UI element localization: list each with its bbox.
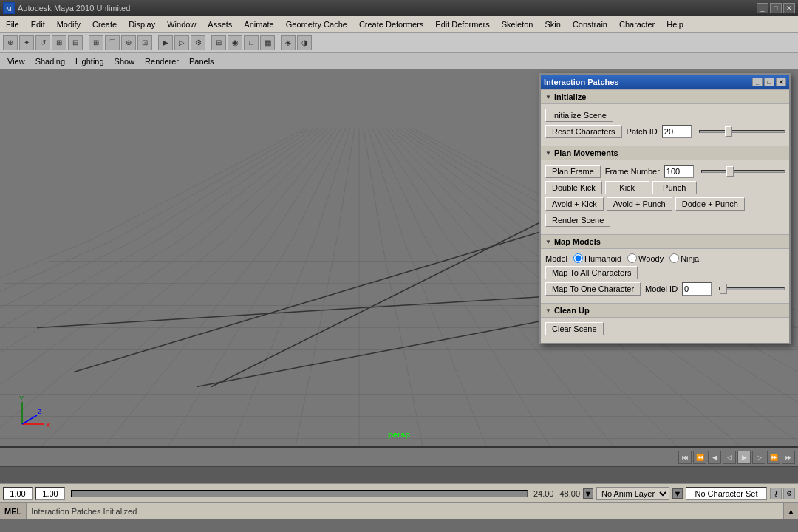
map-all-characters-button[interactable]: Map To All Characters <box>545 266 638 279</box>
menu-edit-deformers[interactable]: Edit Deformers <box>429 18 495 30</box>
toolbar-render-settings-icon[interactable]: ⚙ <box>191 35 205 50</box>
ninja-radio-label[interactable]: Ninja <box>669 253 699 263</box>
map-models-section-header[interactable]: ▼ Map Models <box>541 234 789 249</box>
map-one-character-button[interactable]: Map To One Character <box>545 282 641 296</box>
menu-animate[interactable]: Animate <box>238 18 279 30</box>
initialize-scene-button[interactable]: Initialize Scene <box>545 109 613 122</box>
clear-scene-button[interactable]: Clear Scene <box>545 322 604 335</box>
plan-movements-section-header[interactable]: ▼ Plan Movements <box>541 146 789 160</box>
3d-viewport[interactable]: X Y Z persp TOP FRONT RIGHT Interaction … <box>0 69 798 446</box>
prev-frame-button[interactable]: ◀ <box>708 451 721 464</box>
autokey-button[interactable]: ⚷ <box>770 488 782 499</box>
view-menu-show[interactable]: Show <box>110 55 140 67</box>
play-back-button[interactable]: ◁ <box>723 451 736 464</box>
model-id-input[interactable] <box>682 282 712 296</box>
menu-help[interactable]: Help <box>661 18 689 30</box>
range-bar[interactable] <box>71 490 528 497</box>
menu-file[interactable]: File <box>0 18 25 30</box>
toolbar-texture-icon[interactable]: ▦ <box>260 35 275 50</box>
patch-id-slider-thumb[interactable] <box>725 126 732 137</box>
toolbar-snap-grid-icon[interactable]: ⊞ <box>89 35 103 50</box>
toolbar-scale-icon[interactable]: ⊞ <box>52 35 66 50</box>
dialog-minimize-button[interactable]: _ <box>752 78 763 86</box>
patch-id-slider[interactable] <box>699 130 785 133</box>
ninja-radio[interactable] <box>669 253 679 263</box>
menu-assets[interactable]: Assets <box>202 18 238 30</box>
menu-constrain[interactable]: Constrain <box>567 18 613 30</box>
render-scene-button[interactable]: Render Scene <box>545 214 610 227</box>
toolbar-wireframe-icon[interactable]: □ <box>244 35 259 50</box>
frame-number-slider-thumb[interactable] <box>726 166 734 177</box>
menu-geometry-cache[interactable]: Geometry Cache <box>280 18 353 30</box>
toolbar-move-icon[interactable]: ✦ <box>19 35 34 50</box>
step-back-button[interactable]: ⏪ <box>693 451 706 464</box>
frame-rate-dropdown-button[interactable]: ▼ <box>583 488 593 499</box>
toolbar-show-grid-icon[interactable]: ⊞ <box>211 35 226 50</box>
toolbar-universal-icon[interactable]: ⊟ <box>68 35 83 50</box>
model-id-slider-thumb[interactable] <box>720 284 727 294</box>
initialize-section-header[interactable]: ▼ Initialize <box>541 89 789 104</box>
next-frame-button[interactable]: ▷ <box>752 451 765 464</box>
frame-number-slider[interactable] <box>701 170 785 173</box>
anim-layer-select[interactable]: No Anim Layer <box>596 487 669 500</box>
menu-create[interactable]: Create <box>86 18 123 30</box>
menu-display[interactable]: Display <box>123 18 161 30</box>
avoid-kick-button[interactable]: Avoid + Kick <box>545 197 604 211</box>
toolbar-snap-point-icon[interactable]: ⊕ <box>121 35 136 50</box>
dodge-punch-button[interactable]: Dodge + Punch <box>675 197 745 211</box>
dialog-title-bar[interactable]: Interaction Patches _ □ ✕ <box>541 75 789 89</box>
character-set-input[interactable] <box>686 487 767 500</box>
menu-skeleton[interactable]: Skeleton <box>496 18 539 30</box>
toolbar-rotate-icon[interactable]: ↺ <box>35 35 50 50</box>
woody-radio-label[interactable]: Woody <box>627 253 664 263</box>
maximize-button[interactable]: □ <box>770 3 782 13</box>
toolbar-snap-view-icon[interactable]: ⊡ <box>137 35 152 50</box>
start-frame-input[interactable] <box>3 487 33 500</box>
frame-number-input[interactable] <box>664 165 694 178</box>
toolbar-shadow-icon[interactable]: ◑ <box>297 35 312 50</box>
toolbar-ipr-icon[interactable]: ▷ <box>174 35 189 50</box>
menu-window[interactable]: Window <box>161 18 202 30</box>
timeline-ruler[interactable]: ⏮ ⏪ ◀ ◁ ▶ ▷ ⏩ ⏭ <box>0 448 798 467</box>
plan-frame-button[interactable]: Plan Frame <box>545 165 601 178</box>
kick-button[interactable]: Kick <box>605 181 649 194</box>
toolbar-select-icon[interactable]: ⊕ <box>3 35 18 50</box>
go-to-start-button[interactable]: ⏮ <box>678 451 692 464</box>
go-to-end-button[interactable]: ⏭ <box>782 451 795 464</box>
status-expander-button[interactable]: ▲ <box>783 503 798 519</box>
menu-edit[interactable]: Edit <box>25 18 51 30</box>
view-menu-panels[interactable]: Panels <box>185 55 219 67</box>
view-menu-view[interactable]: View <box>3 55 30 67</box>
humanoid-radio[interactable] <box>573 253 583 263</box>
play-forward-button[interactable]: ▶ <box>737 451 751 464</box>
double-kick-button[interactable]: Double Kick <box>545 181 602 194</box>
humanoid-radio-label[interactable]: Humanoid <box>573 253 621 263</box>
menu-skin[interactable]: Skin <box>539 18 566 30</box>
reset-characters-button[interactable]: Reset Characters <box>545 125 622 138</box>
toolbar-snap-curve-icon[interactable]: ⌒ <box>105 35 120 50</box>
current-time-input[interactable] <box>35 487 65 500</box>
dialog-maximize-button[interactable]: □ <box>764 78 774 86</box>
key-settings-button[interactable]: ⚙ <box>783 488 795 499</box>
menu-create-deformers[interactable]: Create Deformers <box>353 18 429 30</box>
menu-character[interactable]: Character <box>613 18 661 30</box>
minimize-button[interactable]: _ <box>757 3 768 13</box>
close-button[interactable]: ✕ <box>783 3 795 13</box>
toolbar-smooth-shade-icon[interactable]: ◉ <box>228 35 242 50</box>
clean-up-section-header[interactable]: ▼ Clean Up <box>541 303 789 318</box>
punch-button[interactable]: Punch <box>652 181 697 194</box>
anim-layer-dropdown-button[interactable]: ▼ <box>672 488 683 499</box>
avoid-punch-button[interactable]: Avoid + Punch <box>607 197 672 211</box>
dialog-title-buttons[interactable]: _ □ ✕ <box>752 78 786 86</box>
view-menu-lighting[interactable]: Lighting <box>71 55 109 67</box>
step-forward-button[interactable]: ⏩ <box>767 451 780 464</box>
menu-modify[interactable]: Modify <box>51 18 86 30</box>
view-menu-renderer[interactable]: Renderer <box>140 55 183 67</box>
title-bar-buttons[interactable]: _ □ ✕ <box>757 3 795 13</box>
dialog-close-button[interactable]: ✕ <box>776 78 786 86</box>
woody-radio[interactable] <box>627 253 637 263</box>
model-id-slider[interactable] <box>719 287 785 290</box>
toolbar-render-icon[interactable]: ▶ <box>158 35 173 50</box>
view-menu-shading[interactable]: Shading <box>31 55 69 67</box>
patch-id-input[interactable] <box>662 125 692 138</box>
